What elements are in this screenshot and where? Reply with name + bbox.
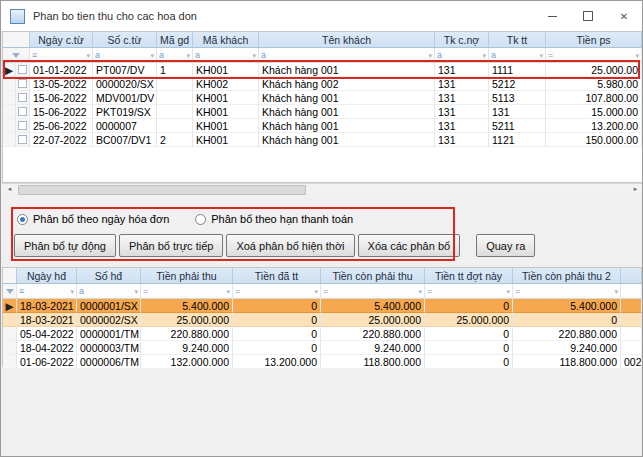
minimize-button[interactable]	[534, 1, 570, 31]
col-header-tien-con-phai-thu[interactable]: Tiền còn phải thu	[321, 268, 425, 284]
grid-cell[interactable]: 220.880.000	[513, 327, 621, 341]
row-expander[interactable]	[16, 91, 30, 105]
row-expander[interactable]	[16, 63, 30, 77]
grid-cell[interactable]: 0000020/SX	[93, 77, 157, 91]
grid-cell[interactable]: 18-04-2022	[17, 341, 77, 355]
row-expander[interactable]	[16, 133, 30, 147]
grid-cell[interactable]: 0	[233, 299, 321, 313]
grid-cell[interactable]: 0000007	[93, 119, 157, 133]
table-row[interactable]: 25-06-2022 0000007 KH001 Khách hàng 001 …	[3, 119, 642, 133]
row-expander[interactable]	[16, 119, 30, 133]
grid-cell[interactable]: 118.800.000	[513, 355, 621, 369]
scroll-right-button[interactable]: ►	[628, 184, 643, 194]
grid-cell[interactable]: 9.240.000	[321, 341, 425, 355]
close-button[interactable]: ✕	[606, 1, 642, 31]
grid-cell[interactable]: 01-01-2022	[30, 63, 93, 77]
grid-cell[interactable]: 0	[425, 341, 513, 355]
filter-cell[interactable]: ≡▾	[17, 284, 77, 299]
table-row[interactable]: 22-07-2022 BC007/DV1 2 KH001 Khách hàng …	[3, 133, 642, 147]
grid-cell[interactable]: 0	[233, 313, 321, 327]
col-header-tk-cno[interactable]: Tk c.nợ	[435, 32, 489, 48]
grid-cell[interactable]: 131	[435, 119, 489, 133]
grid-cell[interactable]: 15-06-2022	[30, 105, 93, 119]
grid-cell[interactable]	[621, 299, 642, 313]
filter-cell[interactable]: a▾	[489, 48, 546, 63]
grid-cell[interactable]: 9.240.000	[513, 341, 621, 355]
grid-cell[interactable]: KH002	[193, 77, 259, 91]
filter-funnel-cell[interactable]	[3, 48, 30, 63]
grid-cell[interactable]: 22-07-2022	[30, 133, 93, 147]
filter-cell[interactable]: a▾	[157, 48, 193, 63]
grid-cell[interactable]: 25-06-2022	[30, 119, 93, 133]
col-header-ngay-hd[interactable]: Ngày hđ	[17, 268, 77, 284]
col-header-ten-khach[interactable]: Tên khách	[259, 32, 435, 48]
radio-by-invoice-date[interactable]: Phân bổ theo ngày hóa đơn	[17, 213, 169, 225]
auto-allocate-button[interactable]: Phân bổ tự động	[14, 234, 116, 257]
grid-cell[interactable]: 15-06-2022	[30, 91, 93, 105]
grid-cell[interactable]: 002	[621, 355, 642, 369]
grid-cell[interactable]: Khách hàng 001	[259, 63, 435, 77]
filter-cell[interactable]: =▾	[546, 48, 642, 63]
grid-cell[interactable]: 0000001/SX	[77, 299, 141, 313]
filter-cell[interactable]: a▾	[435, 48, 489, 63]
grid-cell[interactable]: 220.880.000	[321, 327, 425, 341]
col-header-so-hd[interactable]: Số hđ	[77, 268, 141, 284]
grid-cell[interactable]: 25.000.000	[321, 313, 425, 327]
grid-cell[interactable]: 01-06-2022	[17, 355, 77, 369]
filter-cell[interactable]: a▾	[93, 48, 157, 63]
grid-cell[interactable]	[157, 91, 193, 105]
col-header-ma-khach[interactable]: Mã khách	[193, 32, 259, 48]
grid-cell[interactable]: PT007/DV	[93, 63, 157, 77]
filter-cell[interactable]: a▾	[77, 284, 141, 299]
col-header-tien-da-tt[interactable]: Tiền đã tt	[233, 268, 321, 284]
grid-cell[interactable]: 0000003/TM1	[77, 341, 141, 355]
grid-cell[interactable]: 18-03-2021	[17, 299, 77, 313]
row-expander[interactable]	[16, 105, 30, 119]
filter-cell[interactable]: =▾	[233, 284, 321, 299]
maximize-button[interactable]	[570, 1, 606, 31]
table-row[interactable]: 18-04-2022 0000003/TM1 9.240.000 0 9.240…	[3, 341, 642, 355]
grid-cell[interactable]: 18-03-2021	[17, 313, 77, 327]
grid-cell[interactable]	[157, 105, 193, 119]
table-row[interactable]: 15-06-2022 PKT019/SX KH001 Khách hàng 00…	[3, 105, 642, 119]
grid-cell[interactable]: BC007/DV1	[93, 133, 157, 147]
table-row[interactable]: 15-06-2022 MDV001/DV KH001 Khách hàng 00…	[3, 91, 642, 105]
grid-cell[interactable]: 5211	[489, 119, 546, 133]
grid-cell[interactable]: KH001	[193, 91, 259, 105]
grid-cell[interactable]	[621, 313, 642, 327]
grid-cell[interactable]: 107.800.00	[546, 91, 642, 105]
grid-cell[interactable]: 2	[157, 133, 193, 147]
grid-cell[interactable]: 131	[435, 105, 489, 119]
exit-button[interactable]: Quay ra	[476, 234, 535, 257]
grid-cell[interactable]: 5212	[489, 77, 546, 91]
col-header-tk-tt[interactable]: Tk tt	[489, 32, 546, 48]
grid-cell[interactable]: 13-05-2022	[30, 77, 93, 91]
scrollbar-thumb[interactable]	[18, 185, 306, 195]
col-header-truncated[interactable]	[621, 268, 642, 284]
grid-cell[interactable]: KH001	[193, 133, 259, 147]
grid-cell[interactable]: 1	[157, 63, 193, 77]
filter-cell[interactable]: a▾	[193, 48, 259, 63]
grid-cell[interactable]: 5.400.000	[141, 299, 233, 313]
grid-cell[interactable]: 131	[435, 91, 489, 105]
grid-cell[interactable]: 9.240.000	[141, 341, 233, 355]
table-row[interactable]: 13-05-2022 0000020/SX KH002 Khách hàng 0…	[3, 77, 642, 91]
grid-cell[interactable]: 131	[435, 77, 489, 91]
grid-cell[interactable]: Khách hàng 001	[259, 91, 435, 105]
grid-cell[interactable]: 0	[425, 355, 513, 369]
col-header-so-ctu[interactable]: Số c.từ	[93, 32, 157, 48]
table-row[interactable]: ▶ 18-03-2021 0000001/SX 5.400.000 0 5.40…	[3, 299, 642, 313]
col-header-tien-phai-thu[interactable]: Tiền phải thu	[141, 268, 233, 284]
grid-cell[interactable]: 15.000.00	[546, 105, 642, 119]
filter-cell[interactable]	[621, 284, 642, 299]
grid-cell[interactable]: 0000002/SX	[77, 313, 141, 327]
grid-cell[interactable]: MDV001/DV	[93, 91, 157, 105]
col-header-ma-gd[interactable]: Mã gd	[157, 32, 193, 48]
grid-cell[interactable]: Khách hàng 002	[259, 77, 435, 91]
radio-by-due-date[interactable]: Phân bổ theo hạn thanh toán	[195, 213, 353, 225]
grid-cell[interactable]: KH001	[193, 105, 259, 119]
table-row[interactable]: 05-04-2022 0000001/TM1 220.880.000 0 220…	[3, 327, 642, 341]
grid-cell[interactable]: 5113	[489, 91, 546, 105]
grid-cell[interactable]: 132.000.000	[141, 355, 233, 369]
filter-funnel-cell[interactable]	[3, 284, 17, 299]
